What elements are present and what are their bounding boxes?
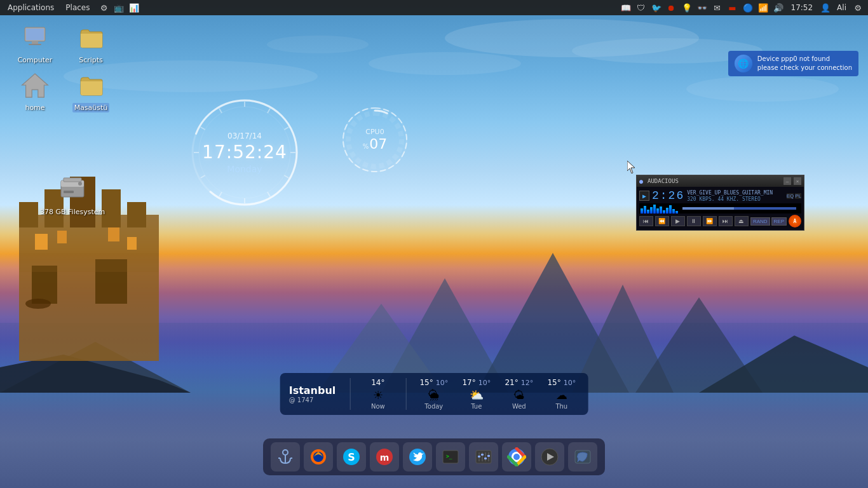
vis-bar-11	[672, 209, 675, 214]
weather-city-time: @ 1747	[289, 396, 336, 403]
weather-city-info: Istanbul @ 1747	[289, 384, 336, 403]
screencast-icon[interactable]: 📺	[112, 1, 125, 14]
dock-anchor[interactable]	[271, 442, 300, 471]
dock-firefox[interactable]	[304, 442, 333, 471]
email-icon[interactable]: ✉	[711, 1, 724, 14]
clock-ring: 03/17/14 17:52:24 Monday	[187, 95, 302, 210]
weather-day-now: 14° ☀ Now	[360, 378, 395, 410]
scripts-icon-label: Scripts	[77, 55, 105, 65]
network-notification-text: Device ppp0 not found please check your …	[757, 55, 852, 72]
desktop-icon-scripts[interactable]: Scripts	[65, 22, 116, 65]
audacious-app-icon: ●	[639, 178, 643, 185]
system-tray: 📖 🛡 🐦 ⏺ 💡 👓 ✉ ▬ 🔵 📶 🔊 17:52 👤 Ali ⚙	[620, 1, 868, 14]
audacious-rewind-btn[interactable]: ⏪	[655, 216, 669, 226]
audacious-close[interactable]: ×	[794, 177, 801, 185]
audacious-time: 2:26	[652, 189, 684, 202]
weather-thu-label: Thu	[555, 403, 567, 410]
weather-thu-low: 10°	[564, 379, 576, 387]
audacious-pl-btn[interactable]: PL	[795, 193, 801, 199]
svg-rect-30	[32, 41, 38, 44]
weather-divider-0	[349, 378, 350, 410]
audacious-minimize[interactable]: –	[783, 177, 791, 185]
weather-wed-label: Wed	[512, 403, 526, 410]
vpn-icon[interactable]: 💡	[681, 1, 693, 14]
vis-bar-9	[666, 208, 668, 214]
audacious-prev-btn[interactable]: ⏮	[639, 216, 653, 226]
bookmark-icon[interactable]: 📖	[620, 1, 632, 14]
scripts-icon-img	[76, 22, 106, 53]
weather-wed-low: 12°	[521, 379, 534, 387]
dock: S m >_	[263, 438, 605, 475]
weather-tue-icon: ⛅	[470, 388, 484, 402]
audacious-eq-btn[interactable]: EQ	[787, 193, 794, 199]
dock-skype[interactable]: S	[337, 442, 366, 471]
audacious-pause-btn[interactable]: ⏸	[687, 216, 701, 226]
svg-rect-37	[64, 178, 81, 182]
audacious-ff-btn[interactable]: ⏩	[703, 216, 717, 226]
svg-marker-32	[22, 74, 48, 97]
svg-point-35	[78, 182, 82, 186]
dock-xchat[interactable]	[568, 442, 597, 471]
system-settings-icon[interactable]: ⚙	[851, 1, 864, 14]
svg-line-46	[268, 192, 270, 196]
desktop-icon-computer[interactable]: Computer	[10, 22, 60, 65]
dock-mixer[interactable]	[469, 442, 498, 471]
audacious-rand-btn[interactable]: RAND	[750, 217, 770, 226]
svg-point-81	[513, 454, 520, 460]
desktop-icons-grid: Computer Scripts home Masaüstü	[10, 22, 116, 123]
weather-tue-low: 10°	[478, 379, 491, 387]
audacious-eject-btn[interactable]: ⏏	[735, 216, 749, 226]
svg-text:S: S	[348, 451, 355, 463]
dock-chrome[interactable]	[502, 442, 531, 471]
weather-thu-icon: ☁	[556, 388, 567, 402]
dock-terminal[interactable]: >_	[436, 442, 465, 471]
dock-play[interactable]	[535, 442, 564, 471]
settings-icon[interactable]: ⚙	[97, 1, 110, 14]
svg-line-42	[268, 109, 270, 113]
cpu-percent-symbol: %	[363, 143, 369, 150]
weather-day-wed: 21° 12° 🌤 Wed	[501, 378, 536, 410]
monitor-icon[interactable]: 📊	[128, 1, 140, 14]
clock-date: 03/17/14	[202, 132, 287, 140]
home-icon-img	[20, 70, 50, 100]
places-menu[interactable]: Places	[60, 0, 95, 15]
applications-menu[interactable]: Applications	[3, 0, 59, 15]
glasses-icon[interactable]: 👓	[696, 1, 709, 14]
dock-twitter[interactable]	[403, 442, 432, 471]
wifi-icon[interactable]: 📶	[757, 1, 770, 14]
svg-rect-75	[478, 456, 480, 458]
wifi-icon2[interactable]: 🛡	[635, 1, 648, 14]
bluetooth-icon[interactable]: 🔵	[742, 1, 754, 14]
svg-point-57	[283, 450, 288, 455]
masaustu-icon-label: Masaüstü	[72, 103, 110, 112]
weather-today-icon: 🌦	[428, 388, 440, 402]
clock-widget: 03/17/14 17:52:24 Monday	[187, 95, 302, 210]
svg-rect-78	[487, 455, 490, 457]
weather-day-today: 15° 10° 🌦 Today	[416, 378, 451, 410]
filesystem-icon[interactable]: 378 GB Filesystem	[38, 172, 107, 217]
desktop-icon-masaustu[interactable]: Masaüstü	[65, 70, 116, 112]
audacious-next-btn[interactable]: ⏭	[719, 216, 733, 226]
svg-rect-29	[26, 29, 44, 40]
weather-today-low: 10°	[436, 379, 449, 387]
weather-wed-icon: 🌤	[513, 388, 525, 402]
svg-line-43	[284, 127, 288, 130]
vis-bar-8	[663, 210, 665, 214]
masaustu-icon-img	[76, 70, 106, 100]
volume-icon[interactable]: 🔊	[772, 1, 785, 14]
panel-username: Ali	[834, 3, 849, 12]
audacious-play-btn[interactable]: ▶	[671, 216, 685, 226]
audacious-now-playing: ▶ 2:26 VER_GIVE_UP_BLUES_GUITAR_MIN 320 …	[639, 189, 801, 202]
user-icon[interactable]: 👤	[819, 1, 832, 14]
top-panel: Applications Places ⚙ 📺 📊 📖 🛡 🐦 ⏺ 💡 👓 ✉ …	[0, 0, 868, 15]
audacious-rep-btn[interactable]: REP	[771, 217, 787, 226]
audacious-visualizer	[639, 203, 801, 214]
dropbox-icon[interactable]: 🐦	[650, 1, 663, 14]
dock-miro[interactable]: m	[370, 442, 399, 471]
media-icon[interactable]: ▬	[726, 1, 739, 14]
clock-time: 17:52:24	[202, 142, 287, 163]
weather-tue-high: 17°	[462, 378, 475, 387]
record-icon[interactable]: ⏺	[665, 1, 678, 14]
vis-bar-1	[641, 208, 643, 214]
desktop-icon-home[interactable]: home	[10, 70, 60, 112]
